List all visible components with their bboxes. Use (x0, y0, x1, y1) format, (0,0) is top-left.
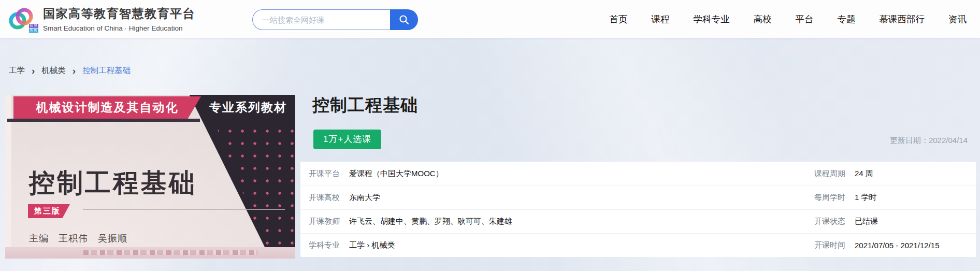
cover-top-banner: 机械设计制造及其自动化 (13, 96, 201, 119)
cover-dark-strip (7, 119, 200, 122)
nav-item-courses[interactable]: 课程 (652, 13, 670, 25)
cover-divider-line (83, 209, 285, 210)
top-header: 智慧 高教 国家高等教育智慧教育平台 Smart Education of Ch… (0, 0, 980, 38)
breadcrumb-item-category[interactable]: 机械类 (41, 65, 66, 76)
brand-title: 国家高等教育智慧教育平台 (43, 6, 195, 22)
update-date: 更新日期：2022/04/14 (890, 136, 968, 146)
logo-mini-label: 智慧 高教 (29, 24, 38, 33)
breadcrumb-item-current[interactable]: 控制工程基础 (82, 65, 131, 76)
info-label: 每周学时 (814, 193, 845, 203)
info-label: 开课教师 (309, 217, 340, 226)
info-value: 2021/07/05 - 2021/12/15 (855, 241, 939, 250)
logo-mini-bottom: 高教 (29, 28, 38, 33)
search-button[interactable] (390, 9, 418, 30)
info-value: 24 周 (855, 169, 873, 179)
nav-item-platforms[interactable]: 平台 (796, 13, 814, 25)
nav-item-mooc-west[interactable]: 慕课西部行 (880, 13, 925, 25)
cover-book-title: 控制工程基础 (29, 166, 197, 201)
nav-item-subjects[interactable]: 学科专业 (694, 13, 730, 25)
info-label: 课程周期 (814, 169, 845, 179)
cover-bottom-marks (83, 250, 257, 255)
info-label: 学科专业 (309, 240, 340, 250)
nav-item-home[interactable]: 首页 (610, 13, 628, 25)
brand-block: 国家高等教育智慧教育平台 Smart Education of China · … (43, 6, 195, 32)
info-value: 已结课 (855, 217, 878, 226)
info-row-teachers: 开课教师 许飞云、胡建中、黄鹏、罗翔、耿可可、朱建雄 开课状态 已结课 (300, 209, 976, 233)
info-label: 开课高校 (309, 193, 340, 203)
info-row-subject: 学科专业 工学 › 机械类 开课时间 2021/07/05 - 2021/12/… (300, 233, 976, 257)
update-date-value: 2022/04/14 (929, 136, 968, 145)
nav-item-news[interactable]: 资讯 (948, 13, 967, 25)
brand-subtitle: Smart Education of China · Higher Educat… (43, 24, 195, 32)
enrollment-badge: 1万+人选课 (313, 130, 381, 149)
course-cover-image: 机械设计制造及其自动化 专业系列教材 控制工程基础 第三版 主编 王积伟 吴振顺 (5, 95, 295, 259)
course-title: 控制工程基础 (312, 94, 418, 117)
cover-bottom-band (5, 247, 295, 259)
chevron-right-icon: › (32, 67, 35, 75)
logo-mini-top: 智慧 (29, 24, 38, 28)
cover-series-label: 专业系列教材 (209, 99, 287, 116)
cover-banner-text: 机械设计制造及其自动化 (36, 99, 179, 116)
info-value: 1 学时 (855, 193, 877, 203)
info-row-university: 开课高校 东南大学 每周学时 1 学时 (300, 186, 976, 209)
info-value: 爱课程（中国大学MOOC） (349, 169, 443, 179)
info-row-platform: 开课平台 爱课程（中国大学MOOC） 课程周期 24 周 (300, 162, 976, 186)
chevron-right-icon: › (73, 67, 76, 75)
course-info-card: 开课平台 爱课程（中国大学MOOC） 课程周期 24 周 开课高校 东南大学 每… (300, 162, 976, 257)
info-label: 开课平台 (309, 169, 340, 179)
info-value: 东南大学 (349, 193, 380, 203)
breadcrumb: 工学 › 机械类 › 控制工程基础 (9, 65, 131, 76)
info-label: 开课状态 (814, 217, 845, 226)
search-bar (252, 9, 418, 30)
update-date-label: 更新日期： (890, 136, 929, 145)
info-value: 许飞云、胡建中、黄鹏、罗翔、耿可可、朱建雄 (349, 217, 512, 226)
nav-item-universities[interactable]: 高校 (754, 13, 772, 25)
search-input[interactable] (252, 9, 390, 30)
page: 智慧 高教 国家高等教育智慧教育平台 Smart Education of Ch… (0, 0, 980, 271)
breadcrumb-item-discipline[interactable]: 工学 (9, 65, 25, 76)
main-nav: 首页 课程 学科专业 高校 平台 专题 慕课西部行 资讯 (610, 0, 967, 38)
cover-authors: 主编 王积伟 吴振顺 (29, 232, 127, 245)
cover-edition-badge: 第三版 (28, 204, 70, 218)
nav-item-topics[interactable]: 专题 (838, 13, 856, 25)
info-value: 工学 › 机械类 (349, 240, 395, 250)
platform-logo[interactable]: 智慧 高教 (7, 5, 37, 33)
info-label: 开课时间 (814, 240, 845, 250)
search-icon (398, 14, 410, 25)
